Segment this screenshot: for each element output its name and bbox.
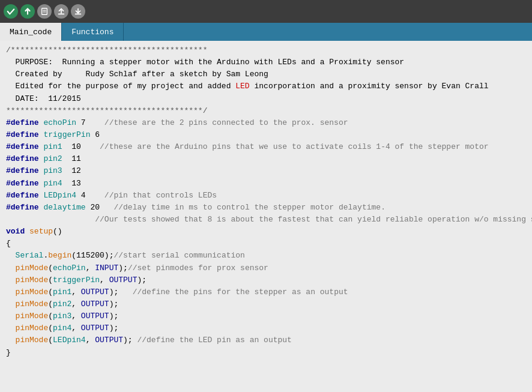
code-line: {	[6, 238, 526, 250]
code-line: //Our tests showed that 8 is about the f…	[6, 214, 526, 226]
code-line: pinMode(LEDpin4, OUTPUT); //define the L…	[6, 334, 526, 346]
code-line: pinMode(pin2, OUTPUT);	[6, 298, 526, 310]
code-line: DATE: 11/2015	[6, 93, 526, 105]
code-line: #define echoPin 7 //these are the 2 pins…	[6, 117, 526, 129]
svg-rect-1	[42, 8, 47, 15]
new-button[interactable]	[37, 4, 52, 19]
code-line: Created by Rudy Schlaf after a sketch by…	[6, 68, 526, 80]
code-line: Edited for the purpose of my project and…	[6, 80, 526, 92]
open-button[interactable]	[54, 4, 68, 19]
code-line: void setup()	[6, 226, 526, 238]
save-button[interactable]	[71, 4, 85, 19]
code-line: #define pin3 12	[6, 165, 526, 177]
upload-button[interactable]	[20, 4, 35, 19]
code-line: #define pin4 13	[6, 178, 526, 190]
tab-functions[interactable]: Functions	[62, 23, 124, 41]
code-line: /***************************************…	[6, 44, 526, 56]
code-line: ****************************************…	[6, 105, 526, 117]
code-line: PURPOSE: Running a stepper motor with th…	[6, 56, 526, 68]
code-line: Serial.begin(115200);//start serial comm…	[6, 250, 526, 262]
code-line: pinMode(triggerPin, OUTPUT);	[6, 274, 526, 286]
tabbar: Main_code Functions	[0, 23, 532, 41]
code-line: #define delaytime 20 //delay time in ms …	[6, 202, 526, 214]
code-line: #define triggerPin 6	[6, 129, 526, 141]
code-line: #define pin1 10 //these are the Arduino …	[6, 141, 526, 153]
tab-main-code[interactable]: Main_code	[0, 23, 62, 41]
code-line: #define pin2 11	[6, 153, 526, 165]
code-line: pinMode(pin4, OUTPUT);	[6, 322, 526, 334]
code-line: }	[6, 347, 526, 359]
code-editor[interactable]: /***************************************…	[0, 41, 532, 392]
code-line: pinMode(echoPin, INPUT);//set pinmodes f…	[6, 262, 526, 274]
code-line: pinMode(pin1, OUTPUT); //define the pins…	[6, 286, 526, 298]
verify-button[interactable]	[4, 4, 18, 19]
toolbar	[0, 0, 532, 23]
code-line: #define LEDpin4 4 //pin that controls LE…	[6, 190, 526, 202]
code-line: pinMode(pin3, OUTPUT);	[6, 310, 526, 322]
